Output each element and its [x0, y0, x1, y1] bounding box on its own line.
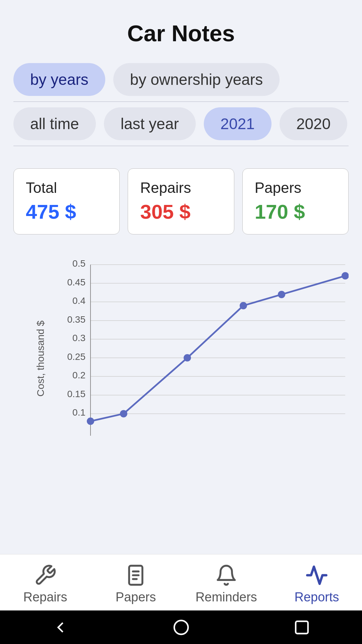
- data-point-5: [278, 291, 285, 298]
- nav-item-repairs[interactable]: Repairs: [0, 554, 90, 610]
- filter-by-ownership-years[interactable]: by ownership years: [113, 63, 280, 96]
- nav-item-reports[interactable]: Reports: [272, 554, 362, 610]
- app-title: Car Notes: [127, 20, 235, 46]
- total-value: 475 $: [26, 200, 107, 223]
- grid-lines: 0.5 0.45 0.4 0.35 0.3 0.25 0.2: [67, 258, 346, 418]
- repairs-card: Repairs 305 $: [128, 168, 234, 234]
- header: Car Notes: [0, 0, 362, 56]
- data-point-2: [120, 410, 127, 417]
- filter-last-year[interactable]: last year: [104, 107, 196, 140]
- nav-label-papers: Papers: [116, 590, 156, 604]
- svg-text:0.45: 0.45: [67, 277, 86, 287]
- filter-by-years[interactable]: by years: [13, 63, 105, 96]
- divider-2: [13, 146, 349, 146]
- svg-text:0.1: 0.1: [72, 407, 85, 418]
- wrench-icon: [34, 564, 57, 587]
- svg-text:0.35: 0.35: [67, 314, 86, 325]
- bell-icon: [215, 564, 238, 587]
- back-button[interactable]: [51, 618, 70, 637]
- chart-svg: 0.5 0.45 0.4 0.35 0.3 0.25 0.2: [47, 251, 349, 459]
- data-point-3: [184, 354, 191, 362]
- papers-card: Papers 170 $: [242, 168, 349, 234]
- home-button[interactable]: [172, 618, 190, 637]
- svg-text:0.25: 0.25: [67, 352, 86, 362]
- nav-label-reports: Reports: [294, 590, 339, 604]
- filter-section: by years by ownership years all time las…: [0, 56, 362, 158]
- papers-icon: [124, 564, 147, 587]
- nav-label-reminders: Reminders: [195, 590, 257, 604]
- svg-text:0.2: 0.2: [72, 370, 85, 380]
- filter-group-2: all time last year 2021 2020: [13, 107, 349, 140]
- svg-point-26: [174, 620, 188, 634]
- data-point-6: [342, 272, 349, 279]
- divider-1: [13, 101, 349, 102]
- papers-label: Papers: [255, 179, 336, 196]
- filter-group-1: by years by ownership years: [13, 63, 349, 96]
- chart-line: [90, 276, 345, 421]
- filter-2020[interactable]: 2020: [280, 107, 347, 140]
- svg-text:0.15: 0.15: [67, 389, 86, 399]
- svg-text:0.5: 0.5: [72, 258, 85, 269]
- total-label: Total: [26, 179, 107, 196]
- nav-label-repairs: Repairs: [23, 590, 67, 604]
- summary-cards: Total 475 $ Repairs 305 $ Papers 170 $: [0, 158, 362, 245]
- filter-all-time[interactable]: all time: [13, 107, 96, 140]
- filter-2021[interactable]: 2021: [204, 107, 272, 140]
- data-point-4: [240, 302, 247, 309]
- papers-value: 170 $: [255, 200, 336, 223]
- bottom-nav: Repairs Papers Reminders Reports: [0, 554, 362, 610]
- repairs-value: 305 $: [140, 200, 222, 223]
- android-nav-bar: [0, 610, 362, 644]
- chart-icon: [305, 564, 328, 587]
- svg-text:0.3: 0.3: [72, 333, 85, 343]
- nav-item-papers[interactable]: Papers: [90, 554, 181, 610]
- chart-y-label: Cost, thousand $: [35, 321, 46, 397]
- svg-text:0.4: 0.4: [72, 296, 85, 306]
- chart-inner: 0.5 0.45 0.4 0.35 0.3 0.25 0.2: [47, 251, 349, 459]
- total-card: Total 475 $: [13, 168, 120, 234]
- nav-item-reminders[interactable]: Reminders: [181, 554, 272, 610]
- chart-container: Cost, thousand $ 0.5 0.45 0.4 0.35: [0, 245, 362, 473]
- recents-button[interactable]: [293, 618, 311, 637]
- repairs-label: Repairs: [140, 179, 222, 196]
- data-point-1: [87, 418, 94, 425]
- svg-rect-27: [296, 621, 308, 634]
